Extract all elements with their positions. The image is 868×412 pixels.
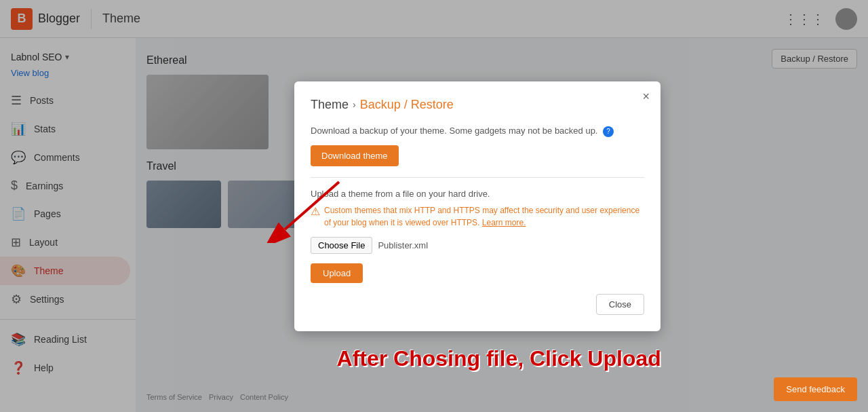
help-badge: ?	[603, 126, 614, 137]
learn-more-link[interactable]: Learn more.	[482, 218, 526, 227]
file-input-row: Choose File Publister.xml	[311, 237, 644, 254]
breadcrumb-arrow-icon: ›	[353, 99, 356, 110]
choose-file-button[interactable]: Choose File	[311, 237, 372, 254]
modal-close-button[interactable]: ×	[642, 90, 650, 104]
breadcrumb-theme: Theme	[311, 98, 349, 112]
modal-breadcrumb: Theme › Backup / Restore	[311, 98, 644, 112]
modal-dialog: × Theme › Backup / Restore Download a ba…	[294, 81, 660, 331]
download-theme-button[interactable]: Download theme	[311, 145, 399, 166]
download-description: Download a backup of your theme. Some ga…	[311, 126, 644, 137]
send-feedback-button[interactable]: Send feedback	[774, 377, 857, 401]
upload-description: Upload a theme from a file on your hard …	[311, 189, 644, 199]
warning-row: ⚠ Custom themes that mix HTTP and HTTPS …	[311, 204, 644, 229]
close-button[interactable]: Close	[596, 294, 644, 315]
warning-text: Custom themes that mix HTTP and HTTPS ma…	[324, 204, 644, 229]
modal-footer: Close	[311, 294, 644, 315]
warning-triangle-icon: ⚠	[311, 205, 320, 218]
modal-divider	[311, 177, 644, 178]
upload-button[interactable]: Upload	[311, 263, 363, 283]
file-name-label: Publister.xml	[378, 240, 428, 250]
breadcrumb-backup: Backup / Restore	[360, 98, 454, 112]
